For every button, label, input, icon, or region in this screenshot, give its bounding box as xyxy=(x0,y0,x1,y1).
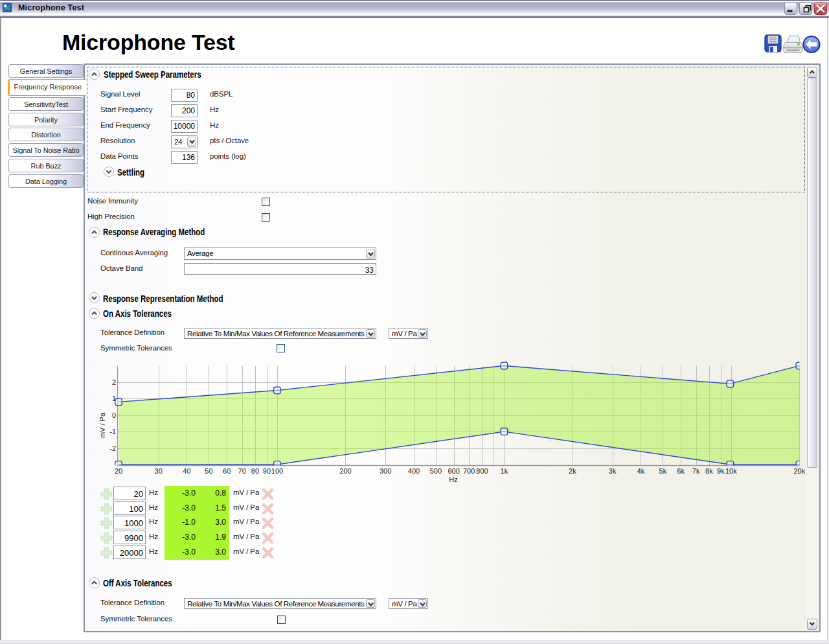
svg-text:Hz: Hz xyxy=(449,476,457,483)
svg-text:9k: 9k xyxy=(717,467,725,475)
svg-text:-2: -2 xyxy=(109,444,116,452)
svg-text:60: 60 xyxy=(223,467,231,475)
svg-text:8k: 8k xyxy=(705,467,713,475)
svg-text:1k: 1k xyxy=(501,467,508,475)
svg-text:50: 50 xyxy=(205,467,212,475)
svg-text:2k: 2k xyxy=(569,467,576,475)
svg-text:3k: 3k xyxy=(609,467,617,475)
svg-text:200: 200 xyxy=(339,467,351,475)
svg-text:700: 700 xyxy=(463,467,475,475)
svg-text:30: 30 xyxy=(155,467,163,475)
svg-text:5k: 5k xyxy=(659,467,667,475)
svg-text:20k: 20k xyxy=(794,467,806,475)
svg-text:4k: 4k xyxy=(637,467,645,475)
svg-text:mV / Pa: mV / Pa xyxy=(98,412,106,438)
svg-text:6k: 6k xyxy=(677,467,685,475)
svg-text:1: 1 xyxy=(112,395,116,402)
svg-text:300: 300 xyxy=(380,467,391,475)
svg-text:20: 20 xyxy=(115,467,122,475)
svg-text:100: 100 xyxy=(271,467,283,475)
svg-text:600: 600 xyxy=(448,467,459,475)
svg-text:500: 500 xyxy=(430,467,442,475)
svg-text:400: 400 xyxy=(408,467,420,475)
svg-text:10k: 10k xyxy=(725,467,737,475)
svg-text:40: 40 xyxy=(183,467,190,475)
svg-text:2: 2 xyxy=(112,378,116,386)
svg-text:90: 90 xyxy=(263,467,271,475)
svg-text:70: 70 xyxy=(238,467,246,475)
svg-text:-1: -1 xyxy=(109,428,116,435)
svg-text:80: 80 xyxy=(251,467,259,475)
svg-text:800: 800 xyxy=(476,467,488,475)
svg-text:7k: 7k xyxy=(692,467,700,475)
svg-text:0: 0 xyxy=(112,411,116,419)
